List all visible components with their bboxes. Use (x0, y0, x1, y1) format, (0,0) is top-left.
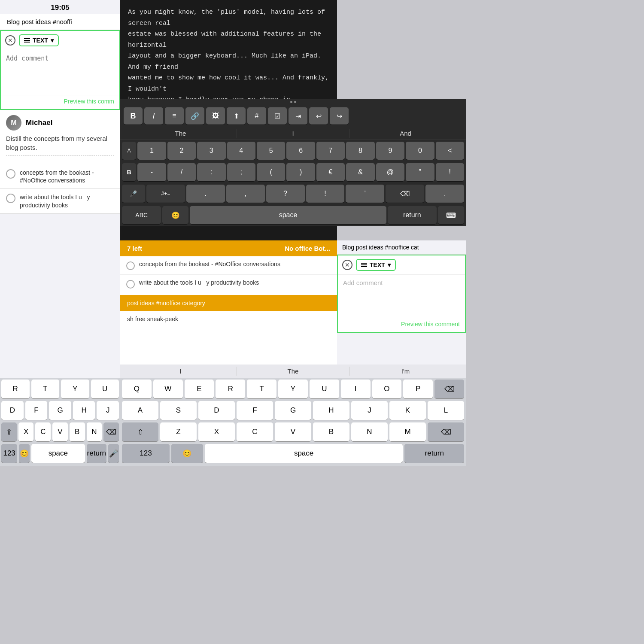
image-button[interactable]: 🖼 (206, 107, 225, 125)
key-y[interactable]: Y (61, 380, 89, 398)
undo-button[interactable]: ↩ (309, 107, 328, 125)
key-j[interactable]: J (97, 401, 119, 420)
key-quote[interactable]: " (406, 163, 434, 181)
key-b[interactable]: B (313, 422, 349, 441)
key-exclaim2[interactable]: ! (306, 185, 345, 203)
key-delete[interactable]: ⌫ (434, 380, 464, 398)
key-g[interactable]: G (49, 401, 71, 420)
key-l[interactable]: L (428, 401, 464, 420)
key-8[interactable]: 8 (346, 142, 374, 160)
key-abc[interactable]: ABC (122, 206, 161, 224)
checkbox-button[interactable]: ☑ (268, 107, 287, 125)
key-space-ipad[interactable]: space (190, 206, 386, 224)
task-checkbox[interactable] (6, 169, 15, 179)
key-v[interactable]: V (275, 422, 311, 441)
key-h[interactable]: H (313, 401, 349, 420)
task-radio[interactable] (126, 280, 135, 289)
key-delete-back[interactable]: < (436, 142, 464, 160)
key-n[interactable]: N (87, 422, 102, 441)
key-emoji-ipad2[interactable]: 😊 (171, 444, 203, 463)
task-checkbox[interactable] (6, 194, 15, 203)
key-d[interactable]: D (198, 401, 235, 420)
key-question[interactable]: ? (266, 185, 305, 203)
key-B-dark[interactable]: B (122, 163, 136, 181)
word-suggestion-im[interactable]: I'm (349, 367, 462, 376)
key-backspace-ipad2[interactable]: ⌫ (428, 422, 464, 441)
key-e[interactable]: E (185, 380, 214, 398)
word-suggestion-i[interactable]: I (125, 367, 237, 376)
key-5[interactable]: 5 (257, 142, 285, 160)
key-euro[interactable]: € (316, 163, 345, 181)
key-i[interactable]: I (341, 380, 371, 398)
key-emoji[interactable]: 😊 (19, 444, 30, 463)
key-backspace-ipad[interactable]: ⌫ (386, 185, 424, 203)
key-c[interactable]: C (35, 422, 51, 441)
key-backspace[interactable]: ⌫ (103, 422, 119, 441)
key-r[interactable]: R (216, 380, 245, 398)
right-preview-link[interactable]: Preview this comment (338, 318, 465, 332)
tab-button[interactable]: ⇥ (289, 107, 307, 125)
key-close-paren[interactable]: ) (286, 163, 315, 181)
key-dot-right[interactable]: . (425, 185, 464, 203)
key-3[interactable]: 3 (197, 142, 225, 160)
key-o[interactable]: O (372, 380, 402, 398)
key-u[interactable]: U (310, 380, 339, 398)
key-return[interactable]: return (87, 444, 107, 463)
key-keyboard-icon[interactable]: ⌨ (438, 206, 464, 224)
key-emoji-ipad[interactable]: 😊 (162, 206, 188, 224)
text-dropdown[interactable]: TEXT ▾ (19, 34, 59, 46)
key-d[interactable]: D (1, 401, 24, 420)
key-s[interactable]: S (160, 401, 197, 420)
word-suggestion[interactable]: The (125, 129, 237, 138)
key-semicolon[interactable]: ; (227, 163, 255, 181)
key-open-paren[interactable]: ( (257, 163, 285, 181)
key-w[interactable]: W (153, 380, 183, 398)
preview-link[interactable]: Preview this comm (1, 95, 119, 109)
task-radio[interactable] (126, 261, 135, 270)
key-shift[interactable]: ⇧ (1, 422, 17, 441)
key-c[interactable]: C (237, 422, 273, 441)
italic-button[interactable]: I (144, 107, 163, 125)
list-button[interactable]: ≡ (165, 107, 184, 125)
key-6[interactable]: 6 (286, 142, 315, 160)
key-period[interactable]: . (186, 185, 225, 203)
key-comma[interactable]: , (226, 185, 265, 203)
key-t[interactable]: T (31, 380, 60, 398)
key-t[interactable]: T (247, 380, 276, 398)
hash-button[interactable]: # (247, 107, 266, 125)
key-slash[interactable]: / (167, 163, 196, 181)
key-f[interactable]: F (237, 401, 273, 420)
key-7[interactable]: 7 (316, 142, 345, 160)
key-v[interactable]: V (52, 422, 68, 441)
redo-button[interactable]: ↪ (330, 107, 349, 125)
key-u[interactable]: U (91, 380, 119, 398)
key-font-size[interactable]: A (122, 142, 136, 160)
key-apostrophe[interactable]: ' (346, 185, 384, 203)
key-return-ipad2[interactable]: return (404, 444, 464, 463)
key-exclaim[interactable]: ! (436, 163, 464, 181)
comment-input[interactable] (6, 55, 114, 89)
key-return-ipad[interactable]: return (388, 206, 437, 224)
key-hashtag-special[interactable]: #+= (146, 185, 185, 203)
key-4[interactable]: 4 (227, 142, 255, 160)
key-m[interactable]: M (389, 422, 426, 441)
key-a[interactable]: A (122, 401, 158, 420)
word-suggestion[interactable]: I (237, 129, 349, 138)
link-button[interactable]: 🔗 (185, 107, 204, 125)
key-0[interactable]: 0 (406, 142, 434, 160)
key-shift-ipad[interactable]: ⇧ (122, 422, 158, 441)
key-p[interactable]: P (403, 380, 433, 398)
key-space-ipad2[interactable]: space (205, 444, 403, 463)
key-123-ipad[interactable]: 123 (122, 444, 170, 463)
right-close-button[interactable]: ✕ (342, 260, 352, 270)
key-space[interactable]: space (31, 444, 85, 463)
word-suggestion-the[interactable]: The (237, 367, 349, 376)
key-2[interactable]: 2 (167, 142, 196, 160)
word-suggestion[interactable]: And (349, 129, 462, 138)
key-g[interactable]: G (275, 401, 311, 420)
key-123[interactable]: 123 (1, 444, 17, 463)
key-dash[interactable]: - (137, 163, 166, 181)
key-j[interactable]: J (351, 401, 388, 420)
key-b[interactable]: B (70, 422, 85, 441)
key-h[interactable]: H (73, 401, 95, 420)
